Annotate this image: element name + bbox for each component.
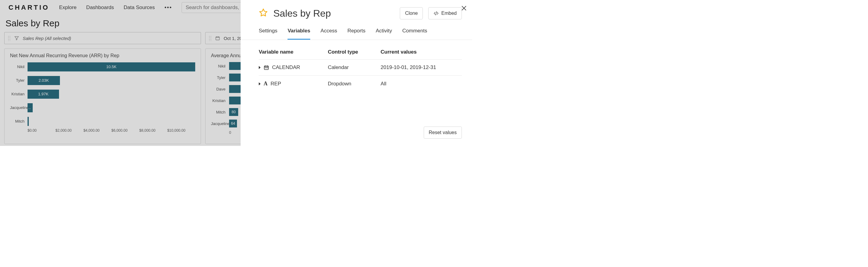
chart-arr-by-rep: Net New Annual Recurring Revenue (ARR) b… <box>4 49 201 144</box>
text-icon: A <box>264 81 268 87</box>
svg-rect-0 <box>216 37 219 40</box>
bar-label: Nikil <box>211 64 229 68</box>
close-icon[interactable] <box>461 5 467 11</box>
filter-label: Sales Rep (All selected) <box>23 36 71 41</box>
embed-button-label: Embed <box>441 10 457 16</box>
bar-row: Tyler 2.03K <box>10 75 195 86</box>
control-type: Calendar <box>328 60 380 76</box>
table-row[interactable]: A REP Dropdown All <box>259 76 462 92</box>
x-tick: $6,000.00 <box>112 128 139 132</box>
control-type: Dropdown <box>328 76 380 92</box>
svg-rect-2 <box>265 67 266 68</box>
calendar-icon <box>264 65 269 70</box>
bar-row: Kristian 1.97K <box>10 89 195 99</box>
star-icon[interactable] <box>259 8 268 19</box>
variable-name: REP <box>271 81 281 87</box>
funnel-icon <box>14 36 19 40</box>
tab-variables[interactable]: Variables <box>287 28 310 40</box>
bar[interactable]: 10.5K <box>28 62 195 71</box>
bar[interactable]: 1.97K <box>28 90 59 99</box>
bar[interactable]: 2.03K <box>28 76 60 85</box>
variable-name: CALENDAR <box>272 64 300 70</box>
x-tick: $4,000.00 <box>84 128 112 132</box>
bar[interactable] <box>229 96 242 105</box>
nav-link-explore[interactable]: Explore <box>59 4 76 10</box>
drag-handle-icon[interactable] <box>209 35 212 41</box>
code-icon <box>433 10 439 16</box>
clone-button-label: Clone <box>405 10 417 16</box>
bar-label: Jacqueline <box>10 105 28 110</box>
panel-tabs: Settings Variables Access Reports Activi… <box>241 28 472 40</box>
dashboard-settings-panel: Sales by Rep Clone Embed Settings Variab… <box>241 0 472 146</box>
bar[interactable] <box>229 85 242 93</box>
tab-reports[interactable]: Reports <box>347 28 366 40</box>
logo: CHARTIO <box>8 4 49 11</box>
nav-link-data-sources[interactable]: Data Sources <box>124 4 155 10</box>
col-control-type: Control type <box>328 49 380 60</box>
x-axis: $0.00 $2,000.00 $4,000.00 $6,000.00 $8,0… <box>28 128 195 132</box>
bar-label: Tyler <box>211 76 229 80</box>
x-tick: $10,000.00 <box>167 128 195 132</box>
reset-values-label: Reset values <box>429 130 457 135</box>
caret-right-icon[interactable] <box>259 66 260 69</box>
bar[interactable]: ... <box>28 103 33 112</box>
svg-rect-4 <box>267 67 268 68</box>
bar-label: Tyler <box>10 78 28 83</box>
drag-handle-icon[interactable] <box>7 35 10 41</box>
svg-rect-3 <box>266 67 267 68</box>
bar-label: Dave <box>211 87 229 91</box>
bar-label: Nikil <box>10 64 28 69</box>
nav-link-dashboards[interactable]: Dashboards <box>86 4 114 10</box>
bar-row: Jacqueline ... <box>10 102 195 113</box>
clone-button[interactable]: Clone <box>400 7 423 19</box>
x-tick: $2,000.00 <box>55 128 83 132</box>
caret-right-icon[interactable] <box>259 82 260 85</box>
embed-button[interactable]: Embed <box>428 7 462 19</box>
bar-label: Kristian <box>211 98 229 103</box>
calendar-icon <box>215 36 220 40</box>
variables-table: Variable name Control type Current value… <box>259 49 462 92</box>
bar-label: Mitch <box>10 119 28 123</box>
panel-title: Sales by Rep <box>273 8 394 19</box>
bar[interactable] <box>28 117 29 126</box>
reset-values-button[interactable]: Reset values <box>424 126 462 139</box>
chart-title: Net New Annual Recurring Revenue (ARR) b… <box>10 53 195 58</box>
x-tick: $0.00 <box>28 128 55 132</box>
tab-settings[interactable]: Settings <box>259 28 277 40</box>
col-current-values: Current values <box>381 49 462 60</box>
col-variable-name: Variable name <box>259 49 328 60</box>
tab-access[interactable]: Access <box>320 28 337 40</box>
current-values: 2019-10-01, 2019-12-31 <box>381 60 462 76</box>
bar-label: Kristian <box>10 92 28 96</box>
filter-card[interactable]: Sales Rep (All selected) <box>4 32 201 44</box>
bar-label: Jacqueline <box>211 121 229 126</box>
tab-comments[interactable]: Comments <box>402 28 427 40</box>
x-tick: $8,000.00 <box>139 128 167 132</box>
nav-more-icon[interactable]: ••• <box>165 4 172 11</box>
current-values: All <box>381 76 462 92</box>
bar[interactable]: 80 <box>229 108 238 116</box>
bar-row: Nikil 10.5K <box>10 61 195 72</box>
bar-label: Mitch <box>211 110 229 114</box>
bar-row: Mitch <box>10 116 195 126</box>
table-row[interactable]: CALENDAR Calendar 2019-10-01, 2019-12-31 <box>259 60 462 76</box>
tab-activity[interactable]: Activity <box>376 28 392 40</box>
bar[interactable]: 64 <box>229 120 237 127</box>
